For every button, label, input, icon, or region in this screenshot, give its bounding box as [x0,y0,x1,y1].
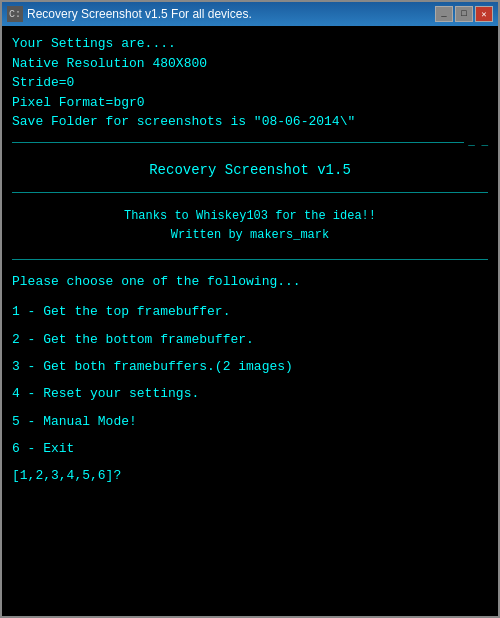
dash-indicator: _ _ [468,136,488,148]
settings-line-3: Stride=0 [12,73,488,93]
menu-item-6: 6 - Exit [12,436,488,461]
menu-item-5: 5 - Manual Mode! [12,409,488,434]
menu-item-4: 4 - Reset your settings. [12,381,488,406]
prompt-line[interactable]: [1,2,3,4,5,6]? [12,468,488,483]
credits-line-1: Thanks to Whiskey103 for the idea!! [12,207,488,226]
window-controls[interactable]: _ □ ✕ [435,6,493,22]
settings-block: Your Settings are.... Native Resolution … [12,34,488,132]
title-bar-left: C: Recovery Screenshot v1.5 For all devi… [7,6,252,22]
settings-line-1: Your Settings are.... [12,34,488,54]
application-window: C: Recovery Screenshot v1.5 For all devi… [0,0,500,618]
menu-item-1: 1 - Get the top framebuffer. [12,299,488,324]
console-area: Your Settings are.... Native Resolution … [2,26,498,616]
menu-item-2-text: 2 - Get the bottom framebuffer. [12,332,254,347]
maximize-button[interactable]: □ [455,6,473,22]
menu-item-3: 3 - Get both framebuffers.(2 images) [12,354,488,379]
prompt-text: [1,2,3,4,5,6]? [12,468,121,483]
menu-item-3-text: 3 - Get both framebuffers.(2 images) [12,359,293,374]
close-button[interactable]: ✕ [475,6,493,22]
title-bar: C: Recovery Screenshot v1.5 For all devi… [2,2,498,26]
app-title-section: Recovery Screenshot v1.5 [12,152,488,186]
app-title: Recovery Screenshot v1.5 [149,162,351,178]
minimize-button[interactable]: _ [435,6,453,22]
menu-item-5-text: 5 - Manual Mode! [12,414,137,429]
menu-item-2: 2 - Get the bottom framebuffer. [12,327,488,352]
credits-line-2: Written by makers_mark [12,226,488,245]
settings-line-5: Save Folder for screenshots is "08-06-20… [12,112,488,132]
window-title: Recovery Screenshot v1.5 For all devices… [27,7,252,21]
menu-item-4-text: 4 - Reset your settings. [12,386,199,401]
menu-item-6-text: 6 - Exit [12,441,74,456]
window-icon: C: [7,6,23,22]
menu-section: Please choose one of the following... 1 … [12,266,488,462]
settings-line-2: Native Resolution 480X800 [12,54,488,74]
settings-line-4: Pixel Format=bgr0 [12,93,488,113]
menu-item-1-text: 1 - Get the top framebuffer. [12,304,230,319]
credits-section: Thanks to Whiskey103 for the idea!! Writ… [12,199,488,253]
menu-header: Please choose one of the following... [12,270,488,293]
